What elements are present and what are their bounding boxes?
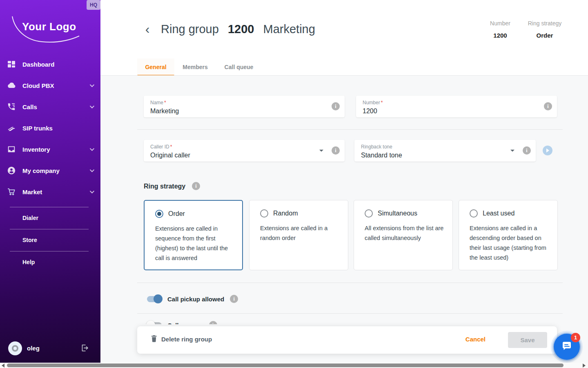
section-divider: [137, 313, 563, 314]
sidebar-item-inventory[interactable]: Inventory: [0, 140, 100, 158]
cancel-button[interactable]: Cancel: [466, 336, 486, 343]
play-tone-button[interactable]: [543, 146, 552, 155]
sidebar-item-label: Dashboard: [22, 61, 54, 68]
radio-icon[interactable]: [260, 209, 268, 218]
scroll-left-arrow-icon[interactable]: [2, 364, 4, 368]
clipped-setting-row: Call i: [137, 319, 321, 324]
required-asterisk: *: [170, 144, 172, 150]
sidebar-item-dashboard[interactable]: Dashboard: [0, 55, 100, 73]
name-value: Marketing: [150, 108, 338, 115]
info-icon[interactable]: i: [544, 102, 552, 110]
info-icon[interactable]: i: [332, 102, 340, 110]
section-divider: [137, 283, 563, 283]
dropdown-caret-icon[interactable]: [510, 150, 514, 152]
caller-id-value: Original caller: [150, 152, 338, 159]
title-prefix: Ring group: [161, 22, 219, 36]
strategy-description: All extensions from the list are called …: [365, 223, 444, 243]
trash-icon: [151, 335, 158, 343]
chevron-down-icon: [90, 189, 94, 193]
meta-label: Ring strategy: [524, 20, 565, 27]
tab-call-queue[interactable]: Call queue: [223, 58, 255, 76]
horizontal-scrollbar[interactable]: [0, 363, 588, 368]
bottom-action-bar: Delete ring group Cancel Save: [137, 326, 557, 354]
radio-selected-icon[interactable]: [155, 210, 163, 218]
sidebar-item-label: SIP trunks: [22, 125, 53, 132]
info-icon[interactable]: i: [192, 182, 200, 190]
info-icon[interactable]: i: [209, 321, 217, 324]
call-pickup-toggle[interactable]: [147, 296, 162, 302]
meta-value: Order: [524, 32, 565, 39]
clipped-toggle[interactable]: [147, 322, 162, 325]
sidebar-item-my-company[interactable]: My company: [0, 162, 100, 180]
dropdown-caret-icon[interactable]: [319, 150, 323, 152]
ringback-value: Standard tone: [361, 152, 529, 159]
clipped-label: Call: [167, 322, 179, 325]
strategy-title: Least used: [483, 210, 514, 217]
chat-unread-badge: 1: [571, 333, 580, 342]
sidebar-item-cloud-pbx[interactable]: Cloud PBX: [0, 76, 100, 94]
info-icon[interactable]: i: [523, 146, 531, 155]
logout-icon[interactable]: [80, 343, 89, 352]
strategy-description: Extensions are called in sequence from t…: [155, 224, 234, 263]
chevron-down-icon: [90, 83, 94, 87]
meta-number: Number 1200: [487, 20, 514, 39]
ringback-tone-select[interactable]: Ringback tone Standard tone i: [354, 140, 536, 162]
chevron-down-icon: [90, 146, 94, 151]
delete-ring-group-button[interactable]: Delete ring group: [151, 335, 212, 343]
sidebar-item-help[interactable]: Help: [22, 259, 35, 265]
strategy-option-simultaneous[interactable]: Simultaneous All extensions from the lis…: [354, 200, 453, 270]
tab-general[interactable]: General: [137, 58, 174, 76]
scroll-right-arrow-icon[interactable]: [583, 364, 586, 368]
title-number: 1200: [228, 22, 254, 36]
inventory-icon: [7, 144, 16, 154]
required-asterisk: *: [381, 100, 383, 105]
cloud-icon: [7, 81, 16, 90]
avatar[interactable]: [8, 341, 22, 355]
caller-id-select[interactable]: Caller ID* Original caller i: [144, 140, 345, 162]
strategy-option-random[interactable]: Random Extensions are called in a random…: [249, 200, 348, 270]
person-icon: [7, 166, 16, 175]
phone-calls-icon: [7, 102, 16, 112]
field-label: Caller ID*: [150, 144, 338, 150]
sidebar-item-market[interactable]: Market: [0, 183, 100, 201]
info-icon[interactable]: i: [332, 146, 340, 155]
radio-icon[interactable]: [365, 209, 373, 218]
back-button[interactable]: ‹: [142, 22, 153, 36]
avatar-ring: [12, 345, 18, 352]
sidebar-item-label: Cloud PBX: [22, 82, 54, 89]
strategy-description: Extensions are called in a random order: [260, 223, 339, 243]
sidebar-item-dialer[interactable]: Dialer: [22, 215, 38, 221]
dashboard-icon: [7, 59, 16, 69]
info-icon[interactable]: i: [230, 295, 238, 303]
content-area: Name* Marketing i Number* 1200 i Caller …: [100, 76, 588, 363]
sidebar-item-sip-trunks[interactable]: SIP trunks: [0, 119, 100, 137]
sidebar-divider: [10, 251, 89, 251]
sidebar-item-label: My company: [22, 167, 60, 174]
radio-icon[interactable]: [470, 209, 478, 218]
cart-icon: [7, 187, 16, 197]
name-field[interactable]: Name* Marketing i: [144, 96, 345, 117]
save-button[interactable]: Save: [508, 332, 547, 348]
sidebar-divider: [10, 229, 89, 229]
sidebar-item-label: Inventory: [22, 146, 50, 153]
sidebar-item-calls[interactable]: Calls: [0, 98, 100, 116]
call-pickup-row: Call pickup allowed i: [147, 295, 238, 303]
chat-bubble-icon: [561, 341, 573, 353]
strategy-option-order[interactable]: Order Extensions are called in sequence …: [144, 200, 243, 270]
sidebar-item-store[interactable]: Store: [22, 237, 37, 243]
strategy-option-least-used[interactable]: Least used Extensions are called in a de…: [459, 200, 558, 270]
number-field[interactable]: Number* 1200 i: [356, 96, 557, 117]
logo[interactable]: Your Logo: [9, 13, 85, 45]
sidebar-item-label: Market: [22, 188, 42, 195]
meta-ring-strategy: Ring strategy Order: [524, 20, 565, 39]
play-icon: [546, 148, 550, 153]
strategy-title: Simultaneous: [378, 210, 417, 217]
scrollbar-thumb[interactable]: [7, 364, 564, 367]
strategy-title: Random: [273, 210, 298, 217]
tab-members[interactable]: Members: [181, 58, 209, 76]
chevron-down-icon: [90, 104, 94, 108]
field-label: Ringback tone: [361, 144, 529, 150]
title-name: Marketing: [263, 22, 315, 36]
user-row: oleg: [0, 341, 100, 358]
hq-badge[interactable]: HQ: [87, 0, 100, 10]
